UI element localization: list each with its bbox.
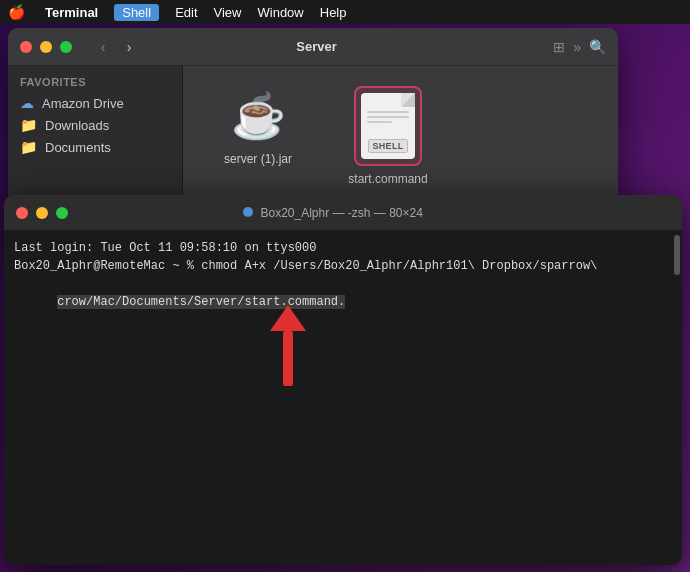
minimize-button[interactable] <box>40 41 52 53</box>
terminal-titlebar: Box20_Alphr — -zsh — 80×24 <box>4 195 682 231</box>
menubar: 🍎 Terminal Shell Edit View Window Help <box>0 0 690 24</box>
terminal-window: Box20_Alphr — -zsh — 80×24 Last login: T… <box>4 195 682 565</box>
folder-icon-documents: 📁 <box>20 139 37 155</box>
menu-help[interactable]: Help <box>320 5 347 20</box>
terminal-scrollbar[interactable] <box>674 235 680 275</box>
menu-view[interactable]: View <box>214 5 242 20</box>
jar-icon: ☕ <box>228 86 288 146</box>
line2 <box>367 116 409 118</box>
finder-titlebar: ‹ › Server ⊞ » 🔍 <box>8 28 618 66</box>
sidebar-label-amazon: Amazon Drive <box>42 96 124 111</box>
shell-badge: SHELL <box>368 139 407 153</box>
shell-label: start.command <box>348 172 427 186</box>
terminal-line-1: Last login: Tue Oct 11 09:58:10 on ttys0… <box>14 239 672 257</box>
terminal-line-2: Box20_Alphr@RemoteMac ~ % chmod A+x /Use… <box>14 257 672 275</box>
jar-label: server (1).jar <box>224 152 292 166</box>
finder-window: ‹ › Server ⊞ » 🔍 Favorites ☁ Amazon Driv… <box>8 28 618 223</box>
line3 <box>367 121 392 123</box>
cloud-icon: ☁ <box>20 95 34 111</box>
sidebar-label-documents: Documents <box>45 140 111 155</box>
menu-shell[interactable]: Shell <box>114 4 159 21</box>
shell-file-icon: SHELL <box>361 93 415 159</box>
file-jar[interactable]: ☕ server (1).jar <box>213 86 303 166</box>
apple-menu[interactable]: 🍎 <box>8 4 25 20</box>
view-options-button[interactable]: ⊞ <box>553 39 565 55</box>
search-button[interactable]: 🔍 <box>589 39 606 55</box>
line1 <box>367 111 409 113</box>
shell-icon-lines <box>367 111 409 126</box>
sidebar-item-downloads[interactable]: 📁 Downloads <box>8 114 182 136</box>
terminal-title-text: Box20_Alphr — -zsh — 80×24 <box>260 206 422 220</box>
terminal-line-3: crow/Mac/Documents/Server/start.command. <box>14 275 672 329</box>
folder-icon-downloads: 📁 <box>20 117 37 133</box>
action-button[interactable]: » <box>573 39 581 55</box>
app-name: Terminal <box>45 5 98 20</box>
terminal-indicator-icon <box>243 207 253 217</box>
finder-controls: ⊞ » 🔍 <box>553 39 606 55</box>
menu-window[interactable]: Window <box>258 5 304 20</box>
file-shell-command[interactable]: SHELL start.command <box>343 86 433 186</box>
terminal-title: Box20_Alphr — -zsh — 80×24 <box>4 206 670 220</box>
menu-edit[interactable]: Edit <box>175 5 197 20</box>
terminal-highlight-path: crow/Mac/Documents/Server/start.command. <box>57 295 345 309</box>
close-button[interactable] <box>20 41 32 53</box>
zoom-button[interactable] <box>60 41 72 53</box>
sidebar-section-favorites: Favorites <box>8 76 182 92</box>
shell-icon-container: SHELL <box>354 86 422 166</box>
sidebar-item-amazon-drive[interactable]: ☁ Amazon Drive <box>8 92 182 114</box>
sidebar-label-downloads: Downloads <box>45 118 109 133</box>
terminal-body[interactable]: Last login: Tue Oct 11 09:58:10 on ttys0… <box>4 231 682 337</box>
finder-title: Server <box>88 39 545 54</box>
sidebar-item-documents[interactable]: 📁 Documents <box>8 136 182 158</box>
